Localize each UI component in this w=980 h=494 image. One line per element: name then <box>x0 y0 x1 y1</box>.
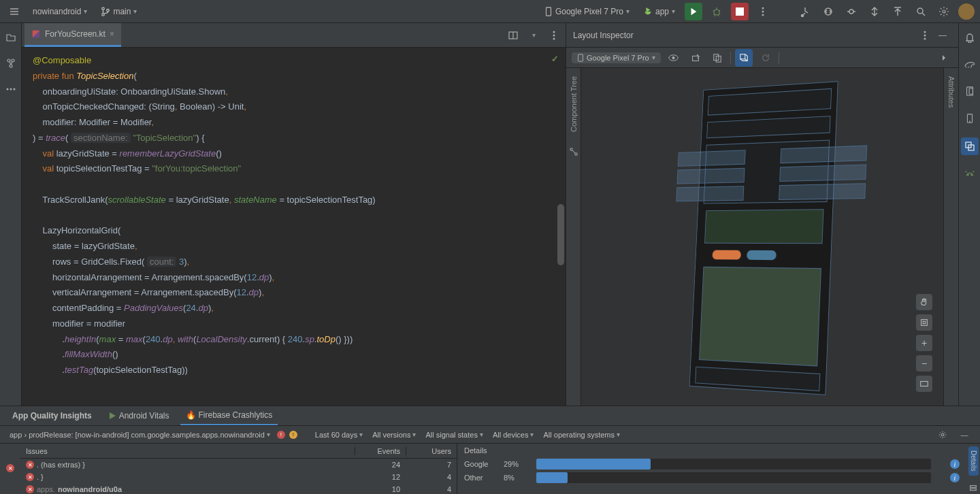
debug-button[interactable] <box>708 3 725 20</box>
editor-scrollbar[interactable] <box>557 204 564 265</box>
zoom-in-icon[interactable]: + <box>916 335 932 351</box>
more-actions-icon[interactable] <box>754 3 772 20</box>
code-editor[interactable]: ✓ @Composable private fun TopicSelection… <box>22 48 566 406</box>
tab-crashlytics-label: Firebase Crashlytics <box>199 410 273 420</box>
notifications-icon[interactable] <box>961 29 979 46</box>
versions-filter-dropdown[interactable]: All versions ▾ <box>370 430 419 440</box>
tree-link-icon[interactable] <box>565 143 583 161</box>
svg-rect-37 <box>921 320 928 326</box>
signals-filter-label: All signal states <box>425 431 477 439</box>
svg-point-46 <box>970 174 972 176</box>
analysis-ok-icon: ✓ <box>551 52 559 67</box>
tab-app-quality[interactable]: App Quality Insights <box>7 407 97 425</box>
devices-filter-dropdown[interactable]: All devices ▾ <box>490 430 537 440</box>
layout-3d-preview[interactable]: + − <box>581 68 943 406</box>
stop-button[interactable] <box>731 3 749 20</box>
zoom-out-icon[interactable]: − <box>916 355 932 372</box>
structure-tool-icon[interactable] <box>2 54 20 72</box>
svg-point-22 <box>553 31 555 33</box>
gradle-icon[interactable] <box>961 56 979 73</box>
error-badge-icon: ✕ <box>6 464 14 472</box>
minimize-icon[interactable]: — <box>956 426 973 444</box>
run-button[interactable] <box>685 3 702 20</box>
tab-more-icon[interactable] <box>545 27 563 44</box>
code-with-me-icon[interactable] <box>819 3 837 20</box>
issue-row[interactable]: ✕apps.nowinandroid/u0a 10 4 <box>20 483 457 494</box>
search-icon[interactable] <box>912 3 930 20</box>
svg-point-16 <box>10 65 12 67</box>
tab-android-vitals[interactable]: Android Vitals <box>103 407 175 425</box>
run-config-name: app <box>655 7 669 16</box>
svg-point-2 <box>107 9 110 12</box>
menu-icon[interactable] <box>5 3 23 20</box>
signals-filter-dropdown[interactable]: All signal states ▾ <box>423 430 485 440</box>
settings-icon[interactable] <box>934 426 951 444</box>
svg-point-14 <box>7 59 10 62</box>
split-view-icon[interactable] <box>504 27 522 44</box>
mode-3d-icon[interactable] <box>735 49 753 67</box>
inspector-minimize-icon[interactable]: — <box>934 27 951 44</box>
th-users: Users <box>406 447 457 455</box>
stack-icon[interactable] <box>964 480 980 494</box>
tab-firebase-crashlytics[interactable]: 🔥 Firebase Crashlytics <box>180 406 278 425</box>
devices-filter-label: All devices <box>493 431 529 439</box>
branch-dropdown[interactable]: main ▾ <box>97 5 141 18</box>
issue-label: nowinandroid/u0a <box>58 485 122 493</box>
days-filter-dropdown[interactable]: Last 60 days ▾ <box>312 430 365 440</box>
chevron-down-icon: ▾ <box>267 431 270 438</box>
info-icon[interactable]: i <box>950 473 960 482</box>
branch-name: main <box>113 7 131 16</box>
issue-row[interactable]: ✕. (has extras) } 24 7 <box>20 459 457 471</box>
device-name: Google Pixel 7 Pro <box>555 7 623 16</box>
vcs-icon[interactable] <box>796 3 814 20</box>
collapse-right-icon[interactable] <box>935 49 953 67</box>
running-devices-icon[interactable] <box>961 110 979 128</box>
inspector-more-icon[interactable] <box>916 27 934 44</box>
filename: ForYouScreen.kt <box>45 29 105 39</box>
live-updates-icon[interactable] <box>665 49 683 67</box>
layer-spacing-icon[interactable] <box>916 314 932 331</box>
snapshot-import-icon[interactable] <box>708 49 726 67</box>
svg-rect-28 <box>578 54 583 61</box>
project-name: nowinandroid <box>33 7 81 16</box>
commit-icon[interactable] <box>843 3 860 20</box>
push-icon[interactable] <box>889 3 906 20</box>
svg-rect-34 <box>740 54 745 59</box>
device-dropdown[interactable]: Google Pixel 7 Pro ▾ <box>540 5 634 18</box>
issue-row[interactable]: ✕. } 12 4 <box>20 471 457 483</box>
file-tab[interactable]: ForYouScreen.kt × <box>24 23 121 47</box>
chevron-down-icon: ▾ <box>652 54 655 61</box>
error-icon: ✕ <box>26 485 34 493</box>
layout-inspector-tool-icon[interactable] <box>961 137 979 155</box>
zoom-fit-icon[interactable] <box>916 376 932 392</box>
update-icon[interactable] <box>866 3 883 20</box>
th-issues: Issues <box>20 447 355 455</box>
pan-icon[interactable] <box>916 294 932 310</box>
th-events: Events <box>355 447 406 455</box>
details-side-tab[interactable]: Details <box>968 446 979 476</box>
more-tools-icon[interactable] <box>2 80 20 98</box>
close-tab-icon[interactable]: × <box>110 29 114 39</box>
svg-point-30 <box>672 56 674 59</box>
os-filter-dropdown[interactable]: All operating systems ▾ <box>540 430 623 440</box>
settings-icon[interactable] <box>935 3 953 20</box>
info-icon[interactable]: i <box>950 459 960 469</box>
svg-point-8 <box>762 14 764 16</box>
tab-chevron-icon[interactable]: ▾ <box>525 27 542 44</box>
project-tool-icon[interactable] <box>2 29 20 46</box>
snapshot-export-icon[interactable] <box>687 49 704 67</box>
refresh-icon[interactable] <box>757 49 774 67</box>
issue-label: . (has extras) } <box>37 461 85 469</box>
component-tree-tab[interactable]: Component Tree <box>570 76 578 132</box>
project-dropdown[interactable]: nowinandroid ▾ <box>29 5 91 18</box>
user-avatar[interactable] <box>958 3 975 20</box>
svg-point-45 <box>967 174 968 176</box>
run-config-dropdown[interactable]: app ▾ <box>639 5 679 18</box>
attributes-tab[interactable]: Attributes <box>947 76 956 108</box>
device-manager-icon[interactable] <box>961 83 979 101</box>
app-filter-label: app › prodRelease: [now-in-android] com.… <box>10 431 265 439</box>
inspector-device-dropdown[interactable]: Google Pixel 7 Pro ▾ <box>572 52 661 63</box>
detail-row: Other 8% i <box>464 472 960 483</box>
emulator-icon[interactable] <box>961 165 979 182</box>
app-filter-dropdown[interactable]: app › prodRelease: [now-in-android] com.… <box>7 430 273 440</box>
